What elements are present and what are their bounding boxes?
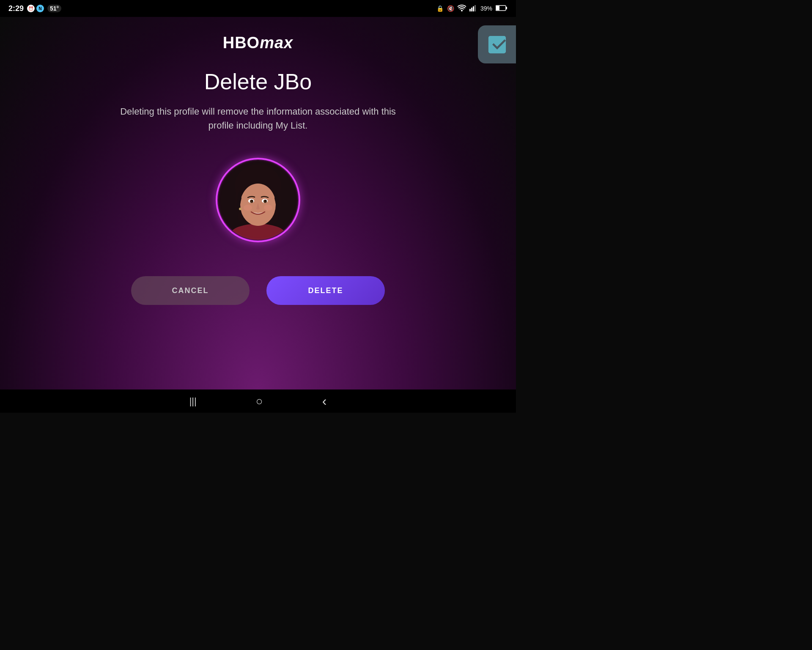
dialog-description: Deleting this profile will remove the in…: [110, 104, 406, 132]
hbomax-logo: HBOmax: [223, 34, 294, 52]
svg-rect-5: [496, 6, 499, 10]
lock-icon: 🔒: [436, 5, 444, 12]
status-right: 🔒 🔇 39%: [436, 5, 508, 13]
svg-rect-1: [471, 8, 472, 11]
overlay-icon-container[interactable]: [478, 25, 516, 63]
battery-display: 39%: [480, 5, 492, 12]
main-content: HBOmax Delete JBo Deleting this profile …: [0, 17, 516, 389]
battery-icon: [496, 5, 508, 12]
wifi-icon: [458, 5, 466, 13]
dialog-title: Delete JBo: [204, 69, 312, 94]
time-display: 2:29: [8, 4, 24, 13]
svg-rect-3: [475, 5, 476, 11]
temperature-display: 51°: [47, 5, 61, 12]
svg-rect-2: [473, 6, 474, 11]
hbo-text: HBO: [223, 34, 260, 52]
svg-rect-0: [469, 9, 471, 11]
mute-icon: 🔇: [447, 5, 454, 12]
status-left: 2:29 ⏰ N 51°: [8, 4, 61, 13]
signal-icon: [469, 5, 477, 13]
max-text: max: [260, 34, 293, 52]
home-button[interactable]: ○: [256, 395, 263, 408]
nfc-icon: N: [36, 5, 44, 12]
status-icons: ⏰ N: [27, 5, 44, 12]
delete-button[interactable]: DELETE: [266, 276, 385, 305]
status-bar: 2:29 ⏰ N 51° 🔒 🔇 39%: [0, 0, 516, 17]
cancel-button[interactable]: CANCEL: [131, 276, 250, 305]
avatar-ring: [216, 158, 300, 242]
navigation-bar: ||| ○ ‹: [0, 389, 516, 413]
recents-button[interactable]: |||: [189, 396, 197, 407]
clipboard-icon: [486, 33, 509, 56]
svg-rect-6: [506, 7, 507, 9]
alarm-icon: ⏰: [27, 5, 35, 12]
buttons-row: CANCEL DELETE: [131, 276, 385, 305]
back-button[interactable]: ‹: [322, 393, 327, 409]
profile-avatar-container: [216, 158, 300, 242]
